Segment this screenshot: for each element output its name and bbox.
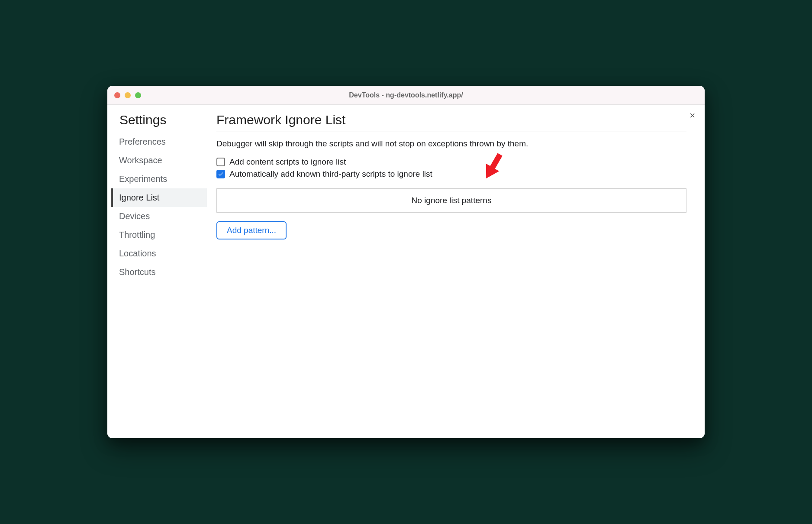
settings-panel: × Settings Preferences Workspace Experim… xyxy=(107,105,705,438)
settings-main: Framework Ignore List Debugger will skip… xyxy=(207,105,705,438)
traffic-lights xyxy=(114,92,141,98)
window-title: DevTools - ng-devtools.netlify.app/ xyxy=(107,91,705,99)
sidebar-item-ignore-list[interactable]: Ignore List xyxy=(111,188,207,207)
checkbox-content-scripts[interactable]: Add content scripts to ignore list xyxy=(216,157,686,167)
sidebar-item-label: Throttling xyxy=(119,230,155,239)
sidebar-item-workspace[interactable]: Workspace xyxy=(111,151,207,170)
checkbox-label: Add content scripts to ignore list xyxy=(229,157,346,167)
sidebar-item-label: Shortcuts xyxy=(119,267,155,277)
maximize-window-button[interactable] xyxy=(135,92,141,98)
sidebar-item-label: Ignore List xyxy=(119,193,159,202)
window-titlebar: DevTools - ng-devtools.netlify.app/ xyxy=(107,86,705,105)
sidebar-item-devices[interactable]: Devices xyxy=(111,207,207,226)
sidebar-item-shortcuts[interactable]: Shortcuts xyxy=(111,263,207,281)
add-pattern-button[interactable]: Add pattern... xyxy=(216,221,287,239)
settings-sidebar: Settings Preferences Workspace Experimen… xyxy=(107,105,207,438)
page-description: Debugger will skip through the scripts a… xyxy=(216,139,686,149)
sidebar-item-label: Experiments xyxy=(119,174,167,184)
close-settings-button[interactable]: × xyxy=(690,111,695,120)
page-title: Framework Ignore List xyxy=(216,113,686,132)
sidebar-item-label: Devices xyxy=(119,211,150,221)
sidebar-item-label: Workspace xyxy=(119,155,162,165)
sidebar-item-preferences[interactable]: Preferences xyxy=(111,133,207,151)
checkbox-label: Automatically add known third-party scri… xyxy=(229,169,432,179)
checkbox-input[interactable] xyxy=(216,158,225,166)
close-window-button[interactable] xyxy=(114,92,120,98)
arrow-annotation-icon xyxy=(476,149,511,185)
checkbox-input[interactable] xyxy=(216,170,225,178)
sidebar-item-label: Locations xyxy=(119,249,156,258)
empty-patterns-text: No ignore list patterns xyxy=(412,196,492,205)
sidebar-item-label: Preferences xyxy=(119,137,166,146)
sidebar-item-locations[interactable]: Locations xyxy=(111,244,207,263)
add-pattern-label: Add pattern... xyxy=(227,226,276,235)
devtools-window: DevTools - ng-devtools.netlify.app/ × Se… xyxy=(107,86,705,438)
checkbox-third-party-scripts[interactable]: Automatically add known third-party scri… xyxy=(216,169,686,179)
minimize-window-button[interactable] xyxy=(125,92,131,98)
ignore-list-patterns-box: No ignore list patterns xyxy=(216,188,686,213)
sidebar-item-throttling[interactable]: Throttling xyxy=(111,226,207,244)
sidebar-item-experiments[interactable]: Experiments xyxy=(111,170,207,188)
sidebar-title: Settings xyxy=(115,113,207,133)
